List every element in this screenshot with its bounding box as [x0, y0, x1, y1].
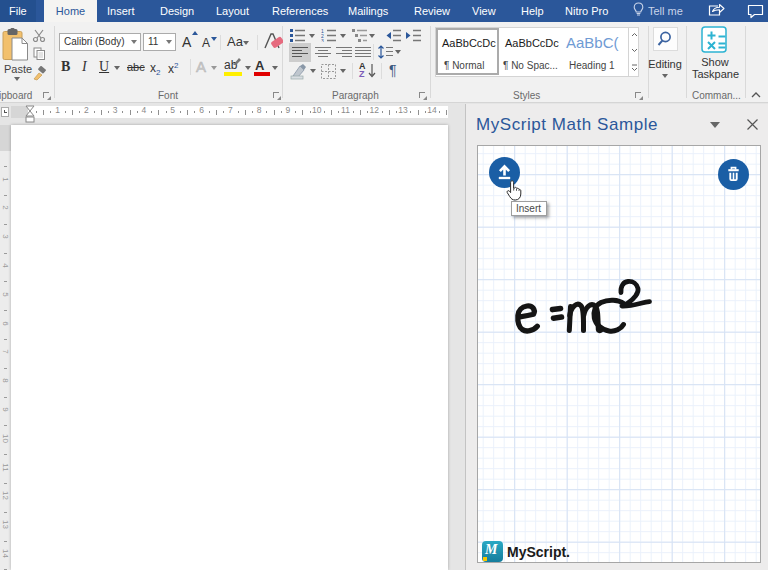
svg-text:3: 3 [321, 38, 324, 43]
